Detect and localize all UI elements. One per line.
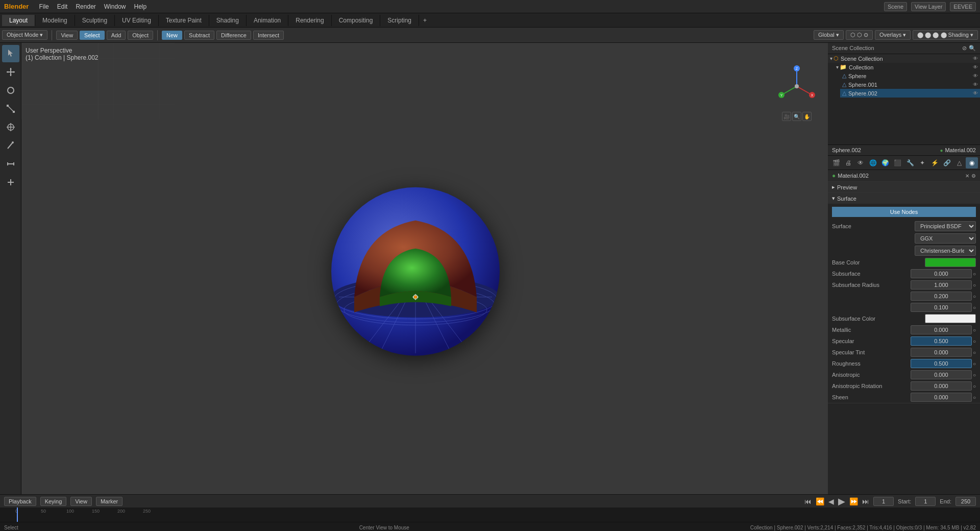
specular-tint-link-icon[interactable]: ○ [973,350,976,355]
timeline-track[interactable]: 0 50 100 150 200 250 [0,508,980,522]
material-settings-icon[interactable]: ⚙ [971,173,976,179]
specular-link-icon[interactable]: ○ [973,339,976,344]
start-frame-input[interactable]: 1 [915,497,936,506]
global-selector[interactable]: Global ▾ [814,30,844,40]
specular-tint-value[interactable]: 0.000 [911,348,972,357]
outliner-search-icon[interactable]: 🔍 [969,45,976,52]
base-color-picker[interactable] [925,258,976,267]
tab-texture-paint[interactable]: Texture Paint [159,15,209,26]
anisotropic-rotation-value[interactable]: 0.000 [911,381,972,391]
jump-start-button[interactable]: ⏮ [804,497,812,505]
measure-tool-icon[interactable] [2,155,19,173]
collection-expand-arrow[interactable]: ▾ [836,64,839,70]
add-menu[interactable]: Add [107,31,126,40]
scene-tab-icon[interactable]: 🌐 [867,157,879,168]
subsurface-radius-link-icon[interactable]: ○ [973,282,976,288]
metallic-link-icon[interactable]: ○ [973,327,976,333]
sphere002-visibility-icon[interactable]: 👁 [973,90,978,96]
data-tab-icon[interactable]: △ [953,157,966,168]
sphere002-item[interactable]: △ Sphere.002 👁 [840,89,980,98]
select-tool-icon[interactable] [2,45,19,62]
add-object-icon[interactable] [2,174,19,191]
anisotropic-link-icon[interactable]: ○ [973,372,976,378]
surface-title[interactable]: ▾ Surface [828,193,980,204]
end-frame-input[interactable]: 250 [955,497,976,506]
scene-selector[interactable]: Scene [884,2,907,11]
timeline-view-menu[interactable]: View [70,497,92,506]
sphere001-visibility-icon[interactable]: 👁 [973,82,978,87]
zoom-icon[interactable]: 🔍 [792,112,801,121]
material-unlink-icon[interactable]: ✕ [965,173,969,179]
scene-expand-arrow[interactable]: ▾ [830,56,832,61]
subsurface-radius-3-value[interactable]: 0.100 [911,303,972,312]
move-tool-icon[interactable] [2,63,19,81]
transform-tool-icon[interactable] [2,118,19,136]
sphere-item[interactable]: △ Sphere 👁 [840,71,980,80]
subsurface-link-icon[interactable]: ○ [973,271,976,277]
outliner-visibility-icon[interactable]: 👁 [973,56,978,61]
preview-title[interactable]: ▸ Preview [828,182,980,192]
metallic-value[interactable]: 0.000 [911,325,972,334]
select-menu[interactable]: Select [80,31,105,40]
tab-rendering[interactable]: Rendering [288,15,331,26]
distribution-selector[interactable]: GGX [915,233,976,244]
object-tab-icon[interactable]: ⬛ [892,157,904,168]
render-tab-icon[interactable]: 🎬 [830,157,842,168]
outliner-filter-icon[interactable]: ⊘ [962,45,967,52]
navigation-gizmo[interactable]: Z X Y 🎥 🔍 ✋ [774,63,820,121]
subsurface-radius-2-value[interactable]: 0.200 [911,292,972,301]
play-back-button[interactable]: ◀ [828,497,834,505]
surface-type-selector[interactable]: Principled BSDF [915,221,976,231]
subsurface-radius-1-value[interactable]: 1.000 [911,280,972,289]
intersect-op-button[interactable]: Intersect [253,31,284,40]
tab-compositing[interactable]: Compositing [332,15,381,26]
sheen-link-icon[interactable]: ○ [973,395,976,400]
scale-tool-icon[interactable] [2,100,19,117]
menu-window[interactable]: Window [100,2,130,11]
collection-visibility-icon[interactable]: 👁 [973,64,978,70]
modifier-tab-icon[interactable]: 🔧 [904,157,916,168]
viewport-shading[interactable]: ⬤ ⬤ ⬤ ⬤ Shading ▾ [913,30,978,40]
step-forward-button[interactable]: ⏩ [849,497,858,505]
current-frame-input[interactable]: 1 [873,497,894,506]
sphere001-item[interactable]: △ Sphere.001 👁 [840,80,980,89]
subtract-op-button[interactable]: Subtract [184,31,214,40]
overlay-icons[interactable]: ⬡ ⬡ ⊙ [846,30,873,40]
object-menu[interactable]: Object [128,31,153,40]
physics-tab-icon[interactable]: ⚡ [928,157,941,168]
tab-shading[interactable]: Shading [209,15,247,26]
material-list-name[interactable]: Material.002 [838,173,963,179]
subsurface-method-selector[interactable]: Christensen-Burley [915,246,976,256]
menu-edit[interactable]: Edit [53,2,72,11]
new-op-button[interactable]: New [162,31,182,40]
difference-op-button[interactable]: Difference [216,31,251,40]
material-tab-icon[interactable]: ◉ [966,157,978,168]
collection-item[interactable]: ▾ 📁 Collection 👁 [834,63,980,71]
jump-end-button[interactable]: ⏭ [862,497,869,505]
tab-animation[interactable]: Animation [247,15,288,26]
constraints-tab-icon[interactable]: 🔗 [941,157,953,168]
sphere-visibility-icon[interactable]: 👁 [973,73,978,79]
menu-render[interactable]: Render [71,2,100,11]
keying-menu[interactable]: Keying [40,497,67,506]
output-tab-icon[interactable]: 🖨 [842,157,854,168]
use-nodes-button[interactable]: Use Nodes [832,207,976,217]
camera-icon[interactable]: 🎥 [782,112,791,121]
rotate-tool-icon[interactable] [2,82,19,99]
particles-tab-icon[interactable]: ✦ [916,157,928,168]
playback-menu[interactable]: Playback [4,497,36,506]
subsurface-color-picker[interactable] [925,314,976,323]
anisotropic-rotation-link-icon[interactable]: ○ [973,383,976,389]
marker-menu[interactable]: Marker [96,497,122,506]
play-button[interactable]: ▶ [838,496,845,507]
tab-sculpting[interactable]: Sculpting [75,15,115,26]
subsurface-radius-2-link-icon[interactable]: ○ [973,294,976,299]
viewport[interactable]: User Perspective (1) Collection | Sphere… [21,43,828,494]
annotate-tool-icon[interactable] [2,137,19,154]
tab-uv-editing[interactable]: UV Editing [115,15,159,26]
view-tab-icon[interactable]: 👁 [854,157,867,168]
roughness-link-icon[interactable]: ○ [973,361,976,367]
subsurface-radius-3-link-icon[interactable]: ○ [973,305,976,310]
view-menu[interactable]: View [56,31,78,40]
mode-selector[interactable]: Object Mode ▾ [2,30,47,40]
